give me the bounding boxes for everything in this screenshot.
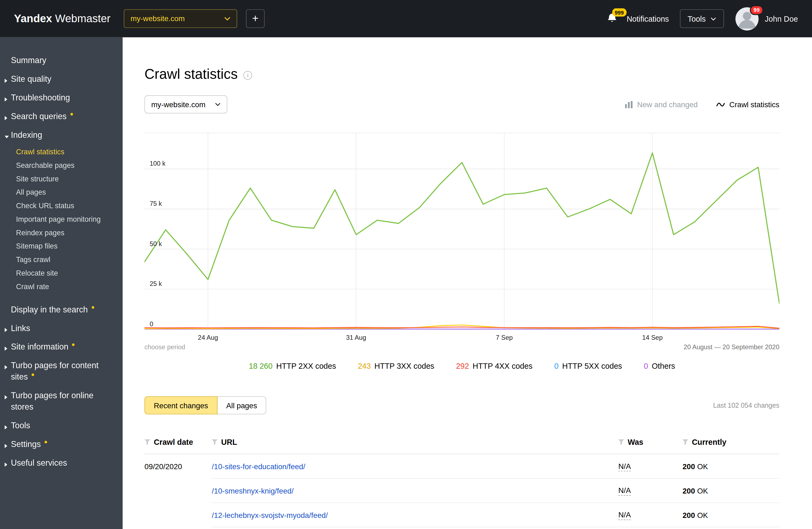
notifications-label[interactable]: Notifications [627,14,669,23]
was-cell: N/A [618,462,682,471]
notification-dot [72,343,75,346]
user-avatar[interactable]: 99 [735,7,758,30]
sidebar-item-troubleshooting[interactable]: Troubleshooting [0,88,122,107]
url-cell: /10-sites-for-education/feed/ [212,462,619,471]
brand-bold: Yandex [14,12,52,24]
sidebar-item-useful-services[interactable]: Useful services [0,454,122,472]
chart-line-http-2xx-codes [145,153,780,303]
site-filter-dropdown[interactable]: my-website.com [145,95,227,113]
tab-recent-changes[interactable]: Recent changes [145,396,217,414]
chevron-right-icon [4,425,7,429]
sidebar-subitem-all-pages[interactable]: All pages [0,185,122,199]
table-row: /12-lechebnyx-svojstv-myoda/feed/N/A200 … [145,503,780,527]
add-site-button[interactable]: + [246,9,265,28]
y-axis-label: 0 [150,320,153,328]
notification-dot [32,373,34,376]
yandex-webmaster-logo[interactable]: Yandex Webmaster [14,12,124,25]
sidebar-item-tools[interactable]: Tools [0,416,122,435]
was-cell: N/A [618,511,682,520]
sidebar-subitem-sitemap-files[interactable]: Sitemap files [0,239,122,253]
currently-cell: 200 OK [683,462,780,471]
column-header-url: URL [212,438,619,446]
sidebar-item-links[interactable]: Links [0,319,122,338]
sidebar-subitem-reindex-pages[interactable]: Reindex pages [0,226,122,239]
sidebar-item-settings[interactable]: Settings [0,435,122,454]
site-filter-value: my-website.com [151,100,205,109]
sidebar-item-search-queries[interactable]: Search queries [0,107,122,126]
notifications-bell[interactable]: 999 [607,12,619,25]
url-cell: /10-smeshnyx-knig/feed/ [212,487,619,495]
sidebar-item-label: Turbo pages for online stores [11,391,93,412]
page-title: Crawl statistics [145,66,238,82]
info-icon[interactable]: i [243,71,252,80]
sidebar-subitem-crawl-rate[interactable]: Crawl rate [0,280,122,293]
crawl-statistics-chart: 025 k50 k75 k100 k24 Aug31 Aug7 Sep14 Se… [145,133,780,329]
was-value[interactable]: N/A [618,486,630,496]
sidebar-item-display-in-the-search[interactable]: Display in the search [0,301,122,319]
column-header-label: Crawl date [154,438,193,446]
layout: SummarySite qualityTroubleshootingSearch… [0,37,812,529]
sidebar-item-label: Turbo pages for content sites [11,361,99,382]
sidebar-subitem-crawl-statistics[interactable]: Crawl statistics [0,145,122,159]
toggle-crawl-statistics[interactable]: Crawl statistics [716,100,780,109]
sidebar-item-turbo-pages-for-content-sites[interactable]: Turbo pages for content sites [0,356,122,386]
filter-funnel-icon[interactable] [683,439,688,445]
column-header-was: Was [618,438,682,446]
choose-period-link[interactable]: choose period [145,343,185,351]
chart-footer: choose period 20 August — 20 September 2… [145,343,780,351]
filter-funnel-icon[interactable] [618,439,624,445]
sidebar-subitem-check-url-status[interactable]: Check URL status [0,199,122,213]
sidebar-subitem-tags-crawl[interactable]: Tags crawl [0,253,122,267]
sidebar-item-indexing[interactable]: Indexing [0,126,122,145]
plus-icon: + [252,12,258,25]
x-axis-label: 7 Sep [496,334,513,341]
app-viewport: Yandex Webmaster my-website.com + 999 No… [0,0,812,529]
url-link[interactable]: /10-smeshnyx-knig/feed/ [212,487,294,495]
sidebar-item-site-quality[interactable]: Site quality [0,70,122,88]
brand-light: Webmaster [55,12,111,24]
sidebar-subitem-important-page-monitoring[interactable]: Important page monitoring [0,212,122,226]
sidebar-item-turbo-pages-for-online-stores[interactable]: Turbo pages for online stores [0,386,122,416]
site-selector-dropdown[interactable]: my-website.com [124,9,237,28]
user-name[interactable]: John Doe [765,14,798,23]
column-header-currently: Currently [683,438,780,446]
filter-funnel-icon[interactable] [145,439,150,445]
table-row: /10-smeshnyx-knig/feed/N/A200 OK [145,478,780,503]
sidebar-item-label: Site quality [11,75,52,84]
currently-cell: 200 OK [683,511,780,519]
chevron-right-icon [4,79,7,83]
sidebar-subitem-site-structure[interactable]: Site structure [0,172,122,185]
crawl-date-cell: 09/20/2020 [145,462,212,471]
y-axis-label: 75 k [150,200,162,208]
sidebar-subitem-searchable-pages[interactable]: Searchable pages [0,158,122,172]
bar-chart-icon [625,101,633,108]
tools-button[interactable]: Tools [680,9,724,28]
url-link[interactable]: /10-sites-for-education/feed/ [212,462,305,471]
notification-dot [91,306,94,309]
chevron-right-icon [4,98,7,101]
y-axis-label: 100 k [150,160,166,167]
url-link[interactable]: /12-lechebnyx-svojstv-myoda/feed/ [212,511,328,519]
sidebar-item-summary[interactable]: Summary [0,51,122,70]
tab-all-pages[interactable]: All pages [217,396,266,414]
row-separator [212,527,780,527]
chevron-right-icon [4,328,7,332]
sidebar-subitem-relocate-site[interactable]: Relocate site [0,266,122,280]
sidebar-item-label: Indexing [11,130,42,140]
topbar-right: 999 Notifications Tools 99 John Doe [607,7,798,30]
chart-legend: 18 260HTTP 2XX codes243HTTP 3XX codes292… [145,361,780,370]
toggle-new-and-changed[interactable]: New and changed [625,100,698,109]
legend-value: 18 260 [249,361,273,370]
tab-label: All pages [226,401,257,410]
x-axis-label: 14 Sep [642,334,663,341]
legend-item-http-2xx-codes: 18 260HTTP 2XX codes [249,361,336,370]
sidebar: SummarySite qualityTroubleshootingSearch… [0,37,122,529]
chevron-down-icon [215,103,221,106]
main-content: Crawl statistics i my-website.com New an… [122,37,812,529]
was-cell: N/A [618,486,682,496]
was-value[interactable]: N/A [618,462,630,471]
sidebar-item-site-information[interactable]: Site information [0,338,122,356]
filter-funnel-icon[interactable] [212,439,218,445]
was-value[interactable]: N/A [618,511,630,520]
status-code: 200 [683,487,695,495]
